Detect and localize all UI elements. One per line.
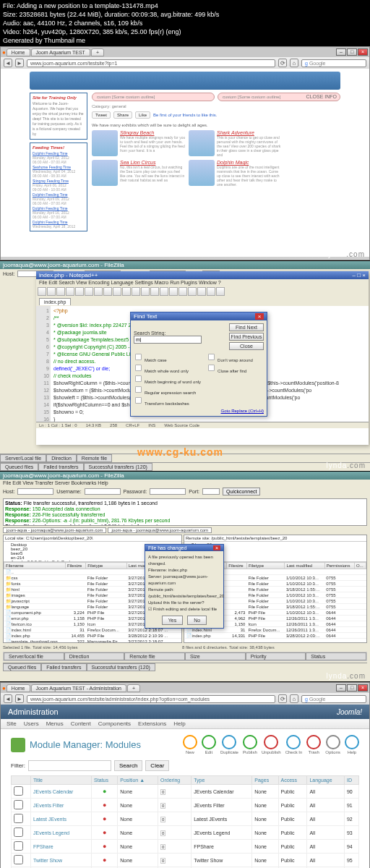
remote-path[interactable]: Remote site: /public_html/testsite/templ… <box>184 535 366 542</box>
tb-close-icon[interactable] <box>75 287 84 296</box>
module-row[interactable]: JEvents Filter●None0JEvents FilterNonePu… <box>12 799 359 812</box>
joomla-menubar[interactable]: SiteUsersMenusContentComponentsExtension… <box>1 719 369 729</box>
local-path[interactable]: Local site: C:\Users\joomla\Desktop\beez… <box>4 535 181 542</box>
tb-wrap-icon[interactable] <box>178 287 187 296</box>
col-header[interactable]: Filename <box>4 563 66 569</box>
tb-zoom-out-icon[interactable] <box>169 287 178 296</box>
q-col[interactable]: Priority <box>246 652 306 660</box>
module-row[interactable]: Latest JEvents●None0Latest JEventsNonePu… <box>12 812 359 826</box>
quickconnect-button[interactable]: Quickconnect <box>223 488 260 495</box>
action-edit[interactable]: Edit <box>202 735 216 754</box>
col-header[interactable]: Filesize <box>66 563 86 569</box>
find-opt[interactable]: Close after find <box>207 363 253 373</box>
status-icon[interactable]: ● <box>103 801 106 809</box>
row-checkbox[interactable] <box>14 841 23 851</box>
tb-play-icon[interactable] <box>216 287 225 296</box>
module-row[interactable]: Twitter Show●None0Twitter ShowNonePublic… <box>12 854 359 867</box>
npp-menubar[interactable]: File Edit Search View Encoding Language … <box>36 279 369 286</box>
action-new[interactable]: New <box>183 735 197 754</box>
close-button[interactable]: × <box>358 684 368 692</box>
minimize-button[interactable]: – <box>336 684 346 692</box>
col-header[interactable]: Ordering <box>158 776 192 785</box>
card-title[interactable]: Shark Adventure <box>217 130 283 135</box>
q-col[interactable]: Remote file <box>124 652 185 660</box>
port-input[interactable] <box>202 488 220 495</box>
close-info-link[interactable]: CLOSE INFO <box>306 94 337 99</box>
tab-site[interactable]: Joom Aquarium TEST <box>31 48 90 56</box>
col-header[interactable]: Position ▲ <box>118 776 158 785</box>
tb-replace-icon[interactable] <box>150 287 159 296</box>
status-icon[interactable]: ● <box>103 815 106 822</box>
host-input[interactable] <box>17 488 53 495</box>
col-header[interactable]: Last modified <box>285 563 324 569</box>
action-check in[interactable]: Check In <box>285 735 303 754</box>
menu-item[interactable]: Extensions <box>138 720 166 727</box>
module-title-link[interactable]: FPShare <box>33 844 53 849</box>
find-titlebar[interactable]: Find Text× <box>131 312 267 320</box>
col-header[interactable]: Access <box>278 776 307 785</box>
module-title-link[interactable]: JEvents Filter <box>33 803 64 808</box>
tb-macro-icon[interactable] <box>207 287 215 296</box>
forward-button[interactable]: ► <box>15 59 24 67</box>
tb-saveall-icon[interactable] <box>66 287 74 296</box>
action-trash[interactable]: Trash <box>306 735 321 754</box>
find-opt[interactable]: Regular expression search <box>134 385 201 395</box>
row-checkbox[interactable] <box>14 786 23 796</box>
col-header[interactable]: Filetype <box>86 563 126 569</box>
q-col[interactable]: Server/local file <box>4 652 64 660</box>
tb-copy-icon[interactable] <box>103 287 112 296</box>
col-header[interactable]: Language <box>307 776 345 785</box>
maximize-button[interactable]: □ <box>347 48 357 56</box>
q-col[interactable]: Direction <box>64 652 125 660</box>
status-icon[interactable]: ● <box>103 788 106 795</box>
fz-site-tab-2[interactable]: joom-aqua - joomaqua@www.joom-aquarium.c… <box>108 527 211 533</box>
reload-button[interactable]: ⟳ <box>278 694 287 703</box>
reload-button[interactable]: ⟳ <box>278 59 287 67</box>
fz-success[interactable]: Successful transfers (120) <box>84 463 152 471</box>
tb-redo-icon[interactable] <box>132 287 140 296</box>
search-string-input[interactable] <box>134 336 202 344</box>
q-tab[interactable]: Queued files <box>3 663 41 671</box>
changed-checkbox[interactable]: ☑ Finish editing and delete local file <box>148 606 220 613</box>
status-icon[interactable]: ● <box>103 843 106 850</box>
tb-new-icon[interactable] <box>38 287 46 296</box>
find-close-btn[interactable]: Close <box>229 342 264 350</box>
col-header[interactable]: Filesize <box>227 563 247 569</box>
no-button[interactable]: No <box>187 616 207 625</box>
home-button[interactable]: ⌂ <box>290 59 298 67</box>
fz-site-tab-1[interactable]: joom-aqua - joomaqua@www.joom-aquarium.c… <box>3 527 106 533</box>
row-checkbox[interactable] <box>14 855 23 864</box>
fz-queued[interactable]: Queued files <box>0 463 38 471</box>
tab-home[interactable]: Home <box>7 684 30 692</box>
filter-input[interactable] <box>28 760 111 771</box>
col-header[interactable]: Title <box>31 776 92 785</box>
search-box[interactable]: gGoogle <box>301 695 366 703</box>
find-opt[interactable]: Transform backslashes <box>134 396 201 406</box>
q-tab[interactable]: Successful transfers (120) <box>87 663 155 671</box>
tab-new[interactable]: + <box>127 684 140 692</box>
tweet-button[interactable]: Tweet <box>92 111 111 119</box>
search-button[interactable]: Search <box>114 760 142 771</box>
col-header[interactable]: Permissions <box>324 563 354 569</box>
module-row[interactable]: JEvents Legend●None0JEvents LegendNonePu… <box>12 826 359 840</box>
menu-item[interactable]: Content <box>71 720 91 727</box>
goto-replace-link[interactable]: Goto Replace (Ctrl+H) <box>134 409 264 413</box>
action-options[interactable]: Options <box>325 735 340 754</box>
tb-paste-icon[interactable] <box>113 287 121 296</box>
row-checkbox[interactable] <box>14 800 23 809</box>
tb-cut-icon[interactable] <box>94 287 103 296</box>
address-bar[interactable]: www.joom-aquarium.com/testsite/administr… <box>27 695 275 703</box>
fz-tab-remote[interactable]: Remote file <box>77 454 112 462</box>
tab-new[interactable]: + <box>91 48 104 56</box>
module-title-link[interactable]: JEvents Calendar <box>33 789 73 794</box>
col-header[interactable]: Status <box>92 776 118 785</box>
find-opt[interactable]: Match case <box>134 352 201 362</box>
module-title-link[interactable]: Twitter Show <box>33 858 62 863</box>
fz-tab-dir[interactable]: Direction <box>46 454 77 462</box>
row-checkbox[interactable] <box>14 827 23 837</box>
like-button[interactable]: Like <box>135 111 150 119</box>
address-bar[interactable]: www.joom-aquarium.com/testsite?tp=1 <box>27 59 275 67</box>
pass-input[interactable] <box>150 488 186 495</box>
fz-tab-server[interactable]: Server/Local file <box>0 454 46 462</box>
action-duplicate[interactable]: Duplicate <box>220 735 238 754</box>
